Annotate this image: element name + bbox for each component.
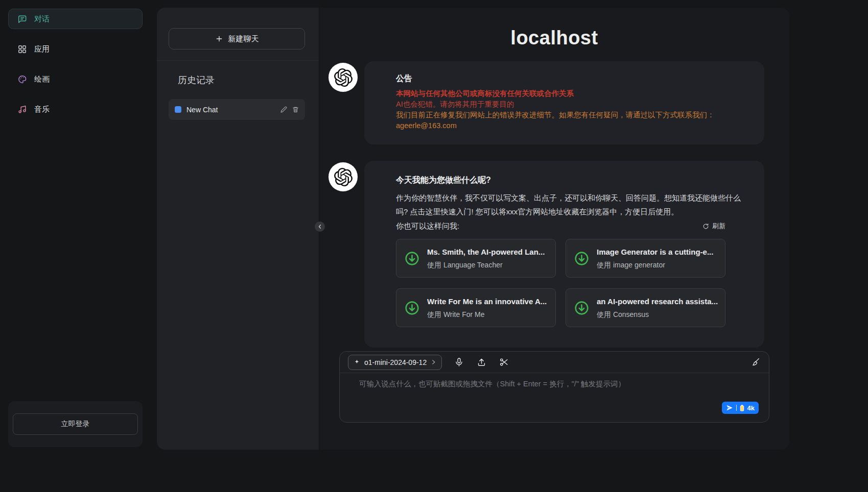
suggestion-card[interactable]: an AI-powered research assista... 使用 Con…: [566, 288, 725, 327]
collapse-sidebar-button[interactable]: [315, 222, 325, 232]
microphone-icon: [454, 357, 464, 367]
suggestion-title: Image Generator is a cutting-e...: [597, 247, 713, 258]
chevron-right-icon: [431, 359, 436, 365]
download-circle-icon: [404, 250, 420, 267]
openai-logo-icon: [334, 168, 353, 186]
suggestion-text: Ms. Smith, the AI-powered Lan... 使用 Lang…: [427, 247, 545, 270]
suggestion-subtitle: 使用 Consensus: [597, 309, 718, 319]
suggestion-grid: Ms. Smith, the AI-powered Lan... 使用 Lang…: [396, 239, 741, 327]
suggestion-subtitle: 使用 Language Teacher: [427, 260, 545, 270]
scissors-icon: [499, 357, 509, 367]
message-announcement: 公告 本网站与任何其他公司或商标没有任何关联或合作关系 AI也会犯错。请勿将其用…: [319, 61, 789, 144]
plus-icon: [215, 35, 223, 43]
suggestion-text: Image Generator is a cutting-e... 使用 ima…: [597, 247, 713, 270]
ask-row: 你也可以这样问我: 刷新: [396, 220, 725, 232]
model-label: o1-mini-2024-09-12: [364, 358, 427, 366]
sidebar-item-draw[interactable]: 绘画: [8, 69, 143, 89]
download-circle-icon: [573, 300, 590, 316]
composer-toolbar: o1-mini-2024-09-12: [340, 352, 769, 373]
suggestion-text: Write For Me is an innovative A... 使用 Wr…: [427, 296, 547, 320]
pencil-icon: [280, 106, 287, 113]
announcement-warning: AI也会犯错。请勿将其用于重要目的: [396, 99, 741, 110]
battery-icon: [740, 405, 744, 411]
chat-list-panel: 新建聊天 历史记录 New Chat: [157, 8, 319, 450]
welcome-heading: 今天我能为您做些什么呢?: [396, 174, 741, 186]
sidebar: 对话 应用 绘画: [0, 0, 151, 492]
suggestion-title: an AI-powered research assista...: [597, 296, 718, 307]
sidebar-item-apps[interactable]: 应用: [8, 39, 143, 59]
announcement-notice: 我们目前正在修复我们网站上的错误并改进细节。如果您有任何疑问，请通过以下方式联系…: [396, 110, 741, 120]
message-welcome: 今天我能为您做些什么呢? 作为你的智慧伙伴，我不仅可以写文案、出点子，还可以和你…: [319, 161, 789, 348]
broom-icon: [750, 357, 760, 367]
download-circle-icon: [573, 250, 590, 267]
suggestion-card[interactable]: Ms. Smith, the AI-powered Lan... 使用 Lang…: [396, 239, 556, 278]
ask-label: 你也可以这样问我:: [396, 220, 459, 232]
sidebar-item-label: 应用: [34, 44, 50, 54]
main-chat-area: localhost 公告 本网站与任何其他公司或商标没有任何关联或合作关系 AI…: [319, 8, 789, 450]
announcement-card: 公告 本网站与任何其他公司或商标没有任何关联或合作关系 AI也会犯错。请勿将其用…: [364, 61, 764, 144]
welcome-body: 作为你的智慧伙伴，我不仅可以写文案、出点子，还可以和你聊天、回答问题。想知道我还…: [396, 191, 741, 218]
announcement-disclaimer: 本网站与任何其他公司或商标没有任何关联或合作关系: [396, 88, 741, 99]
microphone-button[interactable]: [453, 357, 464, 368]
apps-grid-icon: [17, 44, 27, 54]
edit-session-button[interactable]: [280, 106, 287, 113]
music-note-icon: [17, 104, 27, 114]
chat-window: 新建聊天 历史记录 New Chat: [157, 8, 789, 450]
new-chat-button[interactable]: 新建聊天: [169, 28, 305, 50]
scissors-button[interactable]: [498, 357, 509, 368]
token-count: 4k: [747, 404, 755, 412]
assistant-avatar: [329, 63, 358, 92]
chat-list-divider: [157, 60, 319, 61]
login-panel: 立即登录: [8, 401, 143, 447]
palette-icon: [17, 74, 27, 84]
upload-button[interactable]: [476, 357, 487, 368]
suggestion-subtitle: 使用 Write For Me: [427, 309, 547, 319]
session-color-icon: [175, 106, 181, 113]
welcome-card: 今天我能为您做些什么呢? 作为你的智慧伙伴，我不仅可以写文案、出点子，还可以和你…: [364, 161, 764, 348]
suggestion-subtitle: 使用 image generator: [597, 260, 713, 270]
trash-icon: [292, 106, 299, 113]
message-input[interactable]: [340, 373, 769, 422]
sidebar-item-label: 绘画: [34, 75, 50, 84]
refresh-icon: [702, 223, 709, 230]
app-root: 对话 应用 绘画: [0, 0, 868, 492]
session-item[interactable]: New Chat: [169, 99, 305, 120]
suggestion-title: Ms. Smith, the AI-powered Lan...: [427, 247, 545, 258]
badge-divider: [736, 405, 737, 411]
refresh-label: 刷新: [712, 222, 725, 231]
clear-context-button[interactable]: [749, 357, 761, 368]
send-plane-icon: [726, 404, 733, 411]
sidebar-item-chat[interactable]: 对话: [8, 9, 143, 29]
send-token-badge[interactable]: 4k: [722, 402, 759, 414]
upload-icon: [477, 357, 486, 367]
page-title: localhost: [319, 8, 789, 49]
suggestion-text: an AI-powered research assista... 使用 Con…: [597, 296, 718, 320]
session-actions: [280, 106, 299, 113]
download-circle-icon: [404, 300, 420, 316]
session-title: New Chat: [186, 106, 275, 114]
delete-session-button[interactable]: [292, 106, 299, 113]
openai-logo-icon: [334, 68, 353, 87]
suggestion-card[interactable]: Write For Me is an innovative A... 使用 Wr…: [396, 288, 556, 327]
sparkle-icon: [354, 359, 360, 365]
model-selector[interactable]: o1-mini-2024-09-12: [348, 355, 442, 370]
assistant-avatar: [329, 162, 358, 191]
sidebar-item-label: 对话: [34, 14, 50, 24]
new-chat-label: 新建聊天: [228, 34, 259, 44]
suggestion-card[interactable]: Image Generator is a cutting-e... 使用 ima…: [566, 239, 725, 278]
announcement-heading: 公告: [396, 72, 741, 84]
history-title: 历史记录: [178, 74, 215, 86]
contact-email-link[interactable]: ageerle@163.com: [396, 120, 741, 131]
chat-bubble-icon: [17, 14, 27, 24]
suggestion-title: Write For Me is an innovative A...: [427, 296, 547, 307]
composer: o1-mini-2024-09-12: [339, 351, 769, 423]
sidebar-item-label: 音乐: [34, 105, 50, 114]
refresh-suggestions-button[interactable]: 刷新: [702, 222, 725, 231]
login-button[interactable]: 立即登录: [13, 413, 138, 435]
chevron-left-icon: [317, 224, 323, 230]
sidebar-item-music[interactable]: 音乐: [8, 99, 143, 119]
